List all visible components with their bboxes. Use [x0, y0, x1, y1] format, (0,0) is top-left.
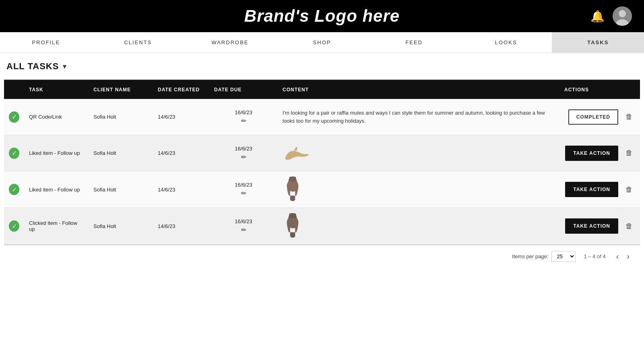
- row-client: Sofia Holt: [89, 219, 153, 233]
- table-row: ✓ QR Code/Link Sofia Holt 14/6/23 16/6/2…: [4, 99, 640, 135]
- product-bodysuit-image: [283, 175, 303, 204]
- edit-icon[interactable]: ✏: [241, 153, 246, 161]
- row-actions: TAKE ACTION 🗑: [559, 178, 640, 201]
- nav-tasks[interactable]: TASKS: [552, 32, 644, 53]
- completed-button[interactable]: COMPLETED: [568, 109, 618, 125]
- col-status: [4, 80, 24, 99]
- row-status: ✓: [4, 216, 24, 236]
- row-task: QR Code/Link: [24, 110, 89, 124]
- items-per-page-label: Items per page:: [512, 253, 548, 259]
- edit-icon[interactable]: ✏: [241, 189, 246, 197]
- app-header: Brand's Logo here 🔔: [0, 0, 644, 32]
- row-client: Sofia Holt: [89, 146, 153, 160]
- row-date-due: 16/6/23 ✏: [209, 214, 278, 238]
- col-actions: ACTIONS: [559, 80, 640, 99]
- table-row: ✓ Clicked item - Follow up Sofia Holt 14…: [4, 208, 640, 245]
- status-complete-icon: ✓: [9, 220, 19, 232]
- row-date-due: 16/6/23 ✏: [209, 142, 278, 165]
- row-actions: TAKE ACTION 🗑: [559, 142, 640, 165]
- header-icons: 🔔: [590, 6, 632, 26]
- items-per-page-select[interactable]: 25 50 100: [551, 251, 576, 262]
- main-nav: PROFILE CLIENTS WARDROBE SHOP FEED LOOKS…: [0, 32, 644, 53]
- items-per-page-control: Items per page: 25 50 100: [512, 251, 576, 262]
- row-date-due: 16/6/23 ✏: [209, 178, 278, 201]
- row-task: Clicked item - Follow up: [24, 216, 89, 236]
- notification-bell-icon[interactable]: 🔔: [590, 10, 605, 23]
- next-page-button[interactable]: ›: [624, 251, 632, 262]
- row-content: [278, 139, 559, 167]
- take-action-button[interactable]: TAKE ACTION: [565, 146, 618, 161]
- avatar[interactable]: [613, 6, 632, 26]
- nav-feed[interactable]: FEED: [368, 32, 460, 53]
- delete-button[interactable]: 🗑: [623, 183, 635, 196]
- col-date-created: DATE CREATED: [153, 80, 209, 99]
- take-action-button[interactable]: TAKE ACTION: [565, 182, 618, 197]
- date-due-value: 16/6/23: [235, 218, 252, 224]
- nav-profile[interactable]: PROFILE: [0, 32, 92, 53]
- nav-looks[interactable]: LOOKS: [460, 32, 552, 53]
- row-actions: COMPLETED 🗑: [559, 105, 640, 129]
- col-task: TASK: [24, 80, 89, 99]
- delete-button[interactable]: 🗑: [623, 110, 635, 123]
- status-complete-icon: ✓: [9, 148, 19, 159]
- row-date-created: 14/6/23: [153, 183, 209, 197]
- nav-shop[interactable]: SHOP: [276, 32, 368, 53]
- svg-point-1: [619, 10, 626, 17]
- table-header: TASK CLIENT NAME DATE CREATED DATE DUE C…: [4, 80, 640, 99]
- table-row: ✓ Liked item - Follow up Sofia Holt 14/6…: [4, 135, 640, 171]
- row-date-created: 14/6/23: [153, 146, 209, 160]
- page-info: 1 – 4 of 4: [584, 253, 605, 259]
- table-row: ✓ Liked item - Follow up Sofia Holt 14/6…: [4, 171, 640, 208]
- filter-row: ALL TASKS ▾: [0, 53, 644, 80]
- status-complete-icon: ✓: [9, 111, 19, 123]
- row-task: Liked item - Follow up: [24, 146, 89, 160]
- delete-button[interactable]: 🗑: [623, 220, 635, 233]
- row-task: Liked item - Follow up: [24, 183, 89, 197]
- product-shoe-image: [283, 143, 311, 163]
- row-content: [278, 171, 559, 208]
- row-client: Sofia Holt: [89, 110, 153, 124]
- page-navigation: ‹ ›: [614, 251, 632, 262]
- edit-icon[interactable]: ✏: [241, 226, 246, 234]
- row-actions: TAKE ACTION 🗑: [559, 214, 640, 238]
- row-status: ✓: [4, 144, 24, 163]
- col-date-due: DATE DUE: [209, 80, 278, 99]
- row-content: [278, 208, 559, 244]
- date-due-value: 16/6/23: [235, 182, 252, 188]
- status-complete-icon: ✓: [9, 184, 19, 195]
- row-status: ✓: [4, 180, 24, 199]
- content-text: I'm looking for a pair or raffia mules a…: [283, 109, 555, 125]
- row-content: I'm looking for a pair or raffia mules a…: [278, 105, 559, 129]
- delete-button[interactable]: 🗑: [623, 146, 635, 160]
- tasks-table: TASK CLIENT NAME DATE CREATED DATE DUE C…: [4, 80, 640, 245]
- row-client: Sofia Holt: [89, 183, 153, 197]
- row-date-created: 14/6/23: [153, 110, 209, 124]
- col-content: CONTENT: [278, 80, 559, 99]
- take-action-button[interactable]: TAKE ACTION: [565, 218, 618, 234]
- row-status: ✓: [4, 107, 24, 127]
- prev-page-button[interactable]: ‹: [614, 251, 621, 262]
- edit-icon[interactable]: ✏: [241, 117, 246, 125]
- brand-logo: Brand's Logo here: [244, 6, 400, 26]
- nav-wardrobe[interactable]: WARDROBE: [184, 32, 276, 53]
- pagination-row: Items per page: 25 50 100 1 – 4 of 4 ‹ ›: [4, 245, 640, 267]
- date-due-value: 16/6/23: [235, 146, 252, 152]
- nav-clients[interactable]: CLIENTS: [92, 32, 184, 53]
- filter-label: ALL TASKS: [6, 61, 59, 72]
- row-date-due: 16/6/23 ✏: [209, 105, 278, 129]
- product-bodysuit2-image: [283, 212, 303, 240]
- chevron-down-icon[interactable]: ▾: [63, 62, 66, 71]
- row-date-created: 14/6/23: [153, 219, 209, 233]
- date-due-value: 16/6/23: [235, 109, 252, 115]
- col-client: CLIENT NAME: [89, 80, 153, 99]
